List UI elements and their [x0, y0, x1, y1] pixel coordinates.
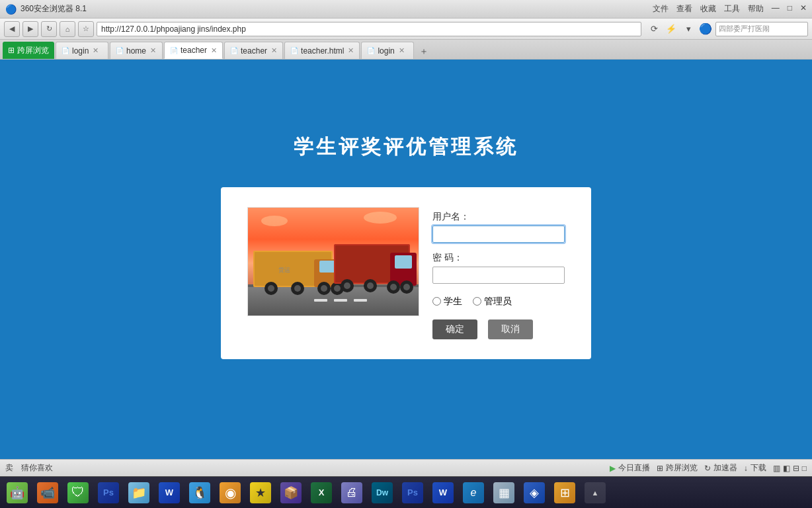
login-box: 货运: [221, 187, 591, 359]
tab-teacher-html-close[interactable]: ✕: [348, 46, 354, 55]
taskbar-android[interactable]: 🤖: [3, 480, 32, 506]
360-refresh-icon[interactable]: ⟳: [647, 22, 661, 36]
password-input[interactable]: [432, 267, 565, 284]
tab-home-close[interactable]: ✕: [150, 46, 156, 55]
taskbar-multi[interactable]: ⊞: [550, 480, 579, 506]
forward-button[interactable]: ▶: [22, 21, 38, 37]
tab-teacher1-close[interactable]: ✕: [211, 46, 217, 55]
taskbar-word[interactable]: W: [155, 480, 184, 506]
tab-teacher2[interactable]: 📄 teacher ✕: [224, 42, 283, 59]
taskbar-ie[interactable]: e: [459, 480, 488, 506]
cancel-button[interactable]: 取消: [488, 319, 533, 339]
tab-home[interactable]: 📄 home ✕: [110, 42, 163, 59]
menu-tools[interactable]: 工具: [724, 3, 740, 15]
new-tab-button[interactable]: ＋: [417, 44, 431, 59]
taskbar-excel[interactable]: X: [307, 480, 336, 506]
download-label: 下载: [751, 462, 766, 474]
confirm-button[interactable]: 确定: [432, 319, 477, 339]
live-label: 今日直播: [618, 462, 650, 474]
tab-login-close[interactable]: ✕: [93, 46, 99, 55]
password-row: 密 码：: [432, 252, 565, 284]
search-box[interactable]: 四部委严打医闹: [715, 22, 808, 36]
taskbar-folder[interactable]: 📁: [124, 480, 153, 506]
username-row: 用户名：: [432, 211, 565, 243]
window-close[interactable]: ✕: [800, 3, 807, 15]
svg-rect-29: [334, 299, 347, 302]
home-button[interactable]: ⌂: [60, 21, 75, 37]
taskbar-yellow[interactable]: ★: [246, 480, 275, 506]
taskbar-winrar[interactable]: 📦: [276, 480, 305, 506]
taskbar-dw[interactable]: Dw: [368, 480, 397, 506]
status-recommend[interactable]: 猜你喜欢: [21, 462, 53, 474]
taskbar-orange[interactable]: ◉: [216, 480, 245, 506]
menu-view[interactable]: 查看: [676, 3, 692, 15]
tab-teacher1[interactable]: 📄 teacher ✕: [164, 42, 223, 59]
login-form: 用户名： 密 码： 学生 管理员: [432, 207, 565, 339]
taskbar-ps[interactable]: Ps: [94, 480, 123, 506]
taskbar-printer[interactable]: 🖨: [337, 480, 366, 506]
status-live[interactable]: ▶ 今日直播: [610, 462, 650, 474]
menu-help[interactable]: 帮助: [748, 3, 764, 15]
taskbar-video[interactable]: 📹: [33, 480, 62, 506]
role-student-option[interactable]: 学生: [432, 296, 462, 308]
security-icon: 🛡: [67, 482, 89, 503]
tab-teacher2-label: teacher: [241, 46, 267, 56]
status-bar: 卖 猜你喜欢 ▶ 今日直播 ⊞ 跨屏浏览 ↻ 加速器 ↓ 下载 ▥ ◧: [0, 459, 812, 476]
word-icon: W: [159, 482, 180, 503]
tab-teacher2-close[interactable]: ✕: [271, 46, 277, 55]
back-button[interactable]: ◀: [4, 21, 20, 37]
svg-text:货运: 货运: [278, 267, 290, 273]
ctrl1[interactable]: ▥: [773, 464, 780, 473]
taskbar-ps2[interactable]: Ps: [398, 480, 427, 506]
winrar-icon: 📦: [280, 482, 302, 503]
menu-file[interactable]: 文件: [653, 3, 669, 15]
refresh-button[interactable]: ↻: [41, 21, 57, 37]
taskbar-more[interactable]: ▲: [581, 480, 610, 506]
more-icon: ▲: [585, 482, 606, 503]
tab-cross-screen[interactable]: ⊞ 跨屏浏览: [3, 42, 54, 59]
bookmark-button[interactable]: ☆: [78, 21, 94, 37]
multi-icon: ⊞: [554, 482, 575, 503]
status-speed[interactable]: ↻ 加速器: [704, 462, 737, 474]
role-student-radio[interactable]: [432, 297, 441, 306]
360-dropdown-icon[interactable]: ▾: [681, 22, 696, 36]
title-bar-left: 🔵 360安全浏览器 8.1: [5, 3, 87, 15]
address-bar[interactable]: http://127.0.0.1/phpoajiang jins/index.p…: [97, 22, 641, 36]
window-minimize[interactable]: —: [772, 3, 780, 15]
taskbar-gray[interactable]: ▦: [489, 480, 518, 506]
taskbar-security[interactable]: 🛡: [63, 480, 93, 506]
svg-point-8: [268, 285, 274, 292]
tab-login[interactable]: 📄 login ✕: [56, 42, 108, 59]
word2-icon: W: [432, 482, 454, 503]
ctrl4[interactable]: □: [802, 464, 807, 473]
status-cross-screen[interactable]: ⊞ 跨屏浏览: [657, 462, 698, 474]
browser-window: 🔵 360安全浏览器 8.1 文件 查看 收藏 工具 帮助 — □ ✕ ◀ ▶ …: [0, 0, 812, 508]
tab-login2[interactable]: 📄 login ✕: [361, 42, 414, 59]
svg-rect-28: [314, 299, 327, 302]
printer-icon: 🖨: [341, 482, 362, 503]
menu-favorites[interactable]: 收藏: [700, 3, 716, 15]
cross-screen-label: 跨屏浏览: [17, 45, 49, 56]
svg-point-14: [334, 285, 341, 292]
qq-icon: 🐧: [189, 482, 210, 503]
title-bar: 🔵 360安全浏览器 8.1 文件 查看 收藏 工具 帮助 — □ ✕: [0, 0, 812, 19]
tab-login2-label: login: [378, 46, 394, 56]
tab-login-label: login: [72, 46, 89, 56]
status-download[interactable]: ↓ 下载: [744, 462, 766, 474]
role-admin-radio[interactable]: [473, 297, 481, 306]
window-maximize[interactable]: □: [788, 3, 792, 15]
role-admin-option[interactable]: 管理员: [473, 296, 512, 308]
download-icon: ↓: [744, 464, 748, 473]
tab-teacher-html[interactable]: 📄 teacher.html ✕: [284, 42, 360, 59]
ctrl2[interactable]: ◧: [783, 464, 790, 473]
taskbar-word2[interactable]: W: [428, 480, 458, 506]
username-input[interactable]: [432, 226, 565, 243]
taskbar-qq[interactable]: 🐧: [185, 480, 214, 506]
page-title: 学生评奖评优管理系统: [294, 134, 518, 161]
taskbar-blue2[interactable]: ◈: [520, 480, 549, 506]
ctrl3[interactable]: ⊟: [793, 464, 799, 473]
tab-login2-close[interactable]: ✕: [399, 46, 405, 55]
360-speed-icon[interactable]: ⚡: [664, 22, 678, 36]
folder-icon: 📁: [128, 482, 149, 503]
login-image: 货运: [247, 207, 419, 316]
